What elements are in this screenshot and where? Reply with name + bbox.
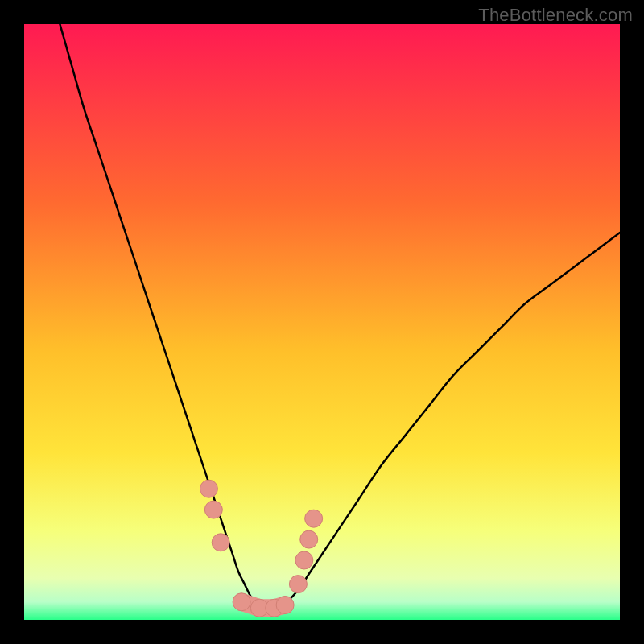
marker-dot [233, 593, 250, 611]
gradient-background [24, 24, 620, 620]
marker-dot [276, 597, 294, 614]
chart-svg [24, 24, 620, 620]
marker-dot [289, 576, 307, 593]
watermark-text: TheBottleneck.com [478, 5, 633, 26]
outer-frame: TheBottleneck.com [0, 0, 644, 644]
marker-dot [295, 551, 313, 569]
marker-dot [200, 480, 217, 497]
marker-dot [204, 501, 222, 518]
plot-area [24, 24, 620, 620]
marker-dot [300, 530, 318, 548]
marker-dot [212, 534, 229, 551]
marker-dot [305, 510, 323, 527]
